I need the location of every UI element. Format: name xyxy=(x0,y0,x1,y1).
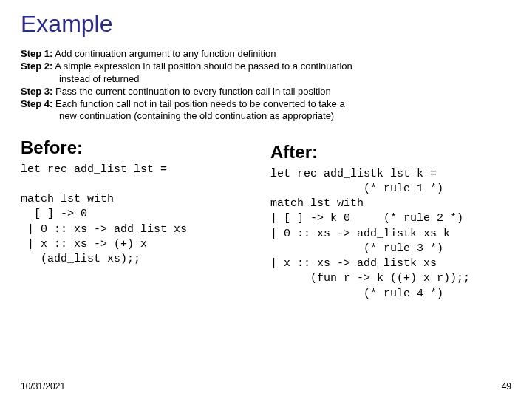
before-code: let rec add_list lst = match lst with [ … xyxy=(21,163,262,267)
step-text: Pass the current continuation to every f… xyxy=(52,86,331,97)
step-label: Step 3: xyxy=(21,86,52,97)
step-text: A simple expression in tail position sho… xyxy=(52,61,352,72)
after-code: let rec add_listk lst k = (* rule 1 *) m… xyxy=(270,167,511,301)
slide-title: Example xyxy=(21,10,511,38)
step-label: Step 1: xyxy=(21,48,52,59)
step-item: Step 3: Pass the current continuation to… xyxy=(21,86,511,98)
footer-page-number: 49 xyxy=(502,381,511,392)
after-heading: After: xyxy=(270,142,511,163)
step-continuation: instead of returned xyxy=(21,73,511,85)
step-continuation: new continuation (containing the old con… xyxy=(21,110,511,122)
after-column: After: let rec add_listk lst k = (* rule… xyxy=(270,137,511,301)
step-item: Step 4: Each function call not in tail p… xyxy=(21,98,511,123)
step-text: Add continuation argument to any functio… xyxy=(52,48,276,59)
before-column: Before: let rec add_list lst = match lst… xyxy=(21,137,262,301)
code-columns: Before: let rec add_list lst = match lst… xyxy=(21,137,511,301)
before-heading: Before: xyxy=(21,137,262,158)
steps-block: Step 1: Add continuation argument to any… xyxy=(21,48,511,123)
step-label: Step 2: xyxy=(21,61,52,72)
step-item: Step 1: Add continuation argument to any… xyxy=(21,48,511,60)
step-item: Step 2: A simple expression in tail posi… xyxy=(21,61,511,85)
step-text: Each function call not in tail position … xyxy=(52,98,344,109)
footer-date: 10/31/2021 xyxy=(21,381,65,392)
slide-footer: 10/31/2021 49 xyxy=(21,381,511,392)
step-label: Step 4: xyxy=(21,98,52,109)
